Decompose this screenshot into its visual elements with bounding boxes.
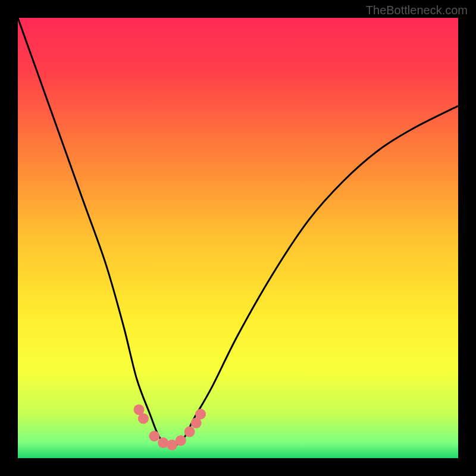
chart-svg [18, 18, 458, 458]
marker-dot [195, 409, 206, 419]
chart-frame: TheBottleneck.com [0, 0, 476, 476]
marker-dot [176, 435, 186, 446]
plot-area [18, 18, 458, 458]
marker-dot [149, 431, 159, 441]
watermark-text: TheBottleneck.com [366, 4, 468, 17]
marker-dot [138, 413, 149, 424]
marker-dot [184, 427, 195, 437]
gradient-background [18, 18, 458, 458]
